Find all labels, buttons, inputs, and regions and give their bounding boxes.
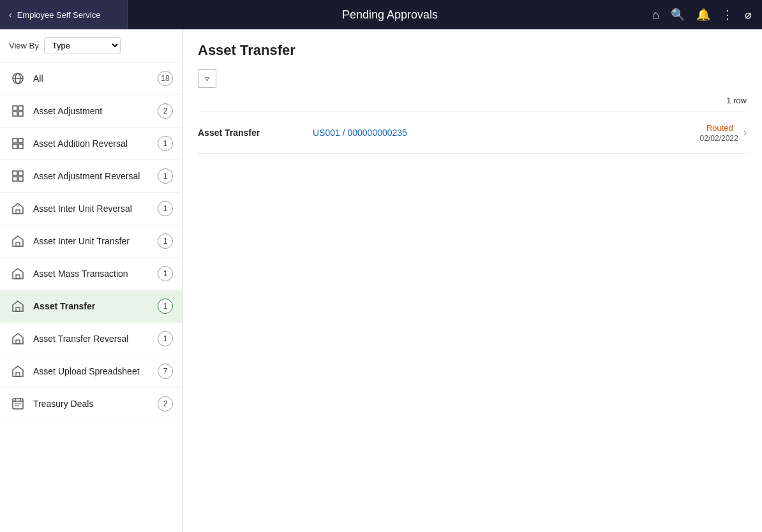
more-icon[interactable]: ⋮ <box>722 8 733 22</box>
svg-marker-22 <box>13 301 23 311</box>
asset-upload-spreadsheet-icon <box>9 362 27 380</box>
asset-inter-unit-reversal-badge: 1 <box>158 201 173 216</box>
svg-marker-20 <box>13 269 23 279</box>
asset-addition-reversal-icon <box>9 135 27 152</box>
header: ‹ Employee Self Service Pending Approval… <box>0 0 762 29</box>
svg-rect-10 <box>19 144 23 149</box>
svg-marker-26 <box>13 366 23 376</box>
result-status-block: Routed 02/02/2022 <box>700 122 738 143</box>
result-status: Routed <box>706 123 733 133</box>
main-content: Asset Transfer ▿ 1 row Asset Transfer US… <box>183 29 762 532</box>
asset-adjustment-label: Asset Adjustment <box>33 106 158 116</box>
asset-transfer-reversal-label: Asset Transfer Reversal <box>33 334 158 344</box>
treasury-deals-icon <box>9 395 27 413</box>
home-icon[interactable]: ⌂ <box>652 8 659 22</box>
block-icon[interactable]: ⌀ <box>745 8 752 22</box>
asset-adjustment-icon <box>9 102 27 120</box>
svg-rect-16 <box>16 210 20 214</box>
svg-rect-9 <box>13 144 17 149</box>
bell-icon[interactable]: 🔔 <box>696 8 710 22</box>
viewby-container: View By Type Date Priority <box>0 29 182 63</box>
svg-rect-25 <box>16 340 20 344</box>
svg-rect-12 <box>19 171 23 175</box>
svg-text:↺: ↺ <box>17 204 19 208</box>
sidebar-item-asset-adjustment-reversal[interactable]: Asset Adjustment Reversal 1 <box>0 160 182 193</box>
result-chevron-icon: › <box>743 127 747 138</box>
sidebar-item-asset-adjustment[interactable]: Asset Adjustment 2 <box>0 95 182 128</box>
sidebar-item-asset-addition-reversal[interactable]: Asset Addition Reversal 1 <box>0 128 182 160</box>
layout: View By Type Date Priority All 18 Asset … <box>0 29 762 532</box>
svg-rect-7 <box>13 138 17 143</box>
asset-inter-unit-transfer-icon <box>9 232 27 250</box>
svg-rect-6 <box>19 112 23 116</box>
all-icon <box>9 70 27 87</box>
svg-rect-11 <box>13 171 17 175</box>
svg-rect-27 <box>16 373 20 376</box>
svg-rect-5 <box>13 112 17 116</box>
asset-upload-spreadsheet-label: Asset Upload Spreadsheet <box>33 366 158 376</box>
results-list: Asset Transfer US001 / 000000000235 Rout… <box>198 112 747 154</box>
svg-rect-4 <box>19 106 23 110</box>
asset-transfer-label: Asset Transfer <box>33 301 158 311</box>
asset-inter-unit-transfer-badge: 1 <box>158 233 173 249</box>
chevron-left-icon: ‹ <box>9 10 12 20</box>
svg-rect-8 <box>19 138 23 143</box>
back-button[interactable]: ‹ Employee Self Service <box>0 0 128 29</box>
treasury-deals-badge: 2 <box>158 396 173 411</box>
sidebar-item-asset-upload-spreadsheet[interactable]: Asset Upload Spreadsheet 7 <box>0 355 182 388</box>
svg-rect-21 <box>16 275 20 279</box>
all-badge: 18 <box>158 71 173 86</box>
sidebar-item-asset-transfer[interactable]: Asset Transfer 1 <box>0 290 182 323</box>
asset-upload-spreadsheet-badge: 7 <box>158 364 173 379</box>
result-date: 02/02/2022 <box>700 134 738 143</box>
viewby-label: View By <box>9 41 39 50</box>
sidebar-item-treasury-deals[interactable]: Treasury Deals 2 <box>0 388 182 420</box>
asset-transfer-reversal-badge: 1 <box>158 331 173 346</box>
asset-inter-unit-transfer-label: Asset Inter Unit Transfer <box>33 236 158 246</box>
asset-transfer-reversal-icon <box>9 330 27 348</box>
svg-marker-24 <box>13 334 23 344</box>
header-title: Pending Approvals <box>128 8 652 22</box>
svg-marker-18 <box>13 236 23 246</box>
page-title: Asset Transfer <box>198 42 747 59</box>
svg-rect-14 <box>19 177 23 181</box>
asset-addition-reversal-badge: 1 <box>158 136 173 151</box>
result-id: US001 / 000000000235 <box>313 128 700 138</box>
sidebar-item-asset-inter-unit-transfer[interactable]: Asset Inter Unit Transfer 1 <box>0 225 182 258</box>
sidebar-item-all[interactable]: All 18 <box>0 63 182 95</box>
asset-inter-unit-reversal-icon: ↺ <box>9 200 27 218</box>
sidebar: View By Type Date Priority All 18 Asset … <box>0 29 183 532</box>
sidebar-item-asset-inter-unit-reversal[interactable]: ↺ Asset Inter Unit Reversal 1 <box>0 193 182 225</box>
all-label: All <box>33 73 158 84</box>
filter-button[interactable]: ▿ <box>198 69 216 88</box>
sidebar-item-asset-mass-transaction[interactable]: Asset Mass Transaction 1 <box>0 258 182 290</box>
header-icons: ⌂ 🔍 🔔 ⋮ ⌀ <box>652 8 762 22</box>
search-icon[interactable]: 🔍 <box>671 8 685 22</box>
asset-adjustment-reversal-icon <box>9 167 27 185</box>
treasury-deals-label: Treasury Deals <box>33 399 158 409</box>
asset-adjustment-reversal-badge: 1 <box>158 168 173 184</box>
asset-inter-unit-reversal-label: Asset Inter Unit Reversal <box>33 203 158 214</box>
asset-addition-reversal-label: Asset Addition Reversal <box>33 138 158 149</box>
svg-rect-23 <box>16 307 20 311</box>
sidebar-item-asset-transfer-reversal[interactable]: Asset Transfer Reversal 1 <box>0 323 182 355</box>
asset-mass-transaction-badge: 1 <box>158 266 173 281</box>
asset-transfer-icon <box>9 297 27 315</box>
viewby-select[interactable]: Type Date Priority <box>44 37 121 54</box>
table-row[interactable]: Asset Transfer US001 / 000000000235 Rout… <box>198 112 747 154</box>
asset-transfer-badge: 1 <box>158 299 173 314</box>
result-type: Asset Transfer <box>198 128 313 138</box>
svg-rect-3 <box>13 106 17 110</box>
filter-icon: ▿ <box>205 73 209 84</box>
asset-mass-transaction-icon <box>9 265 27 283</box>
back-label: Employee Self Service <box>17 10 101 20</box>
asset-adjustment-badge: 2 <box>158 103 173 119</box>
asset-mass-transaction-label: Asset Mass Transaction <box>33 269 158 279</box>
filter-bar: ▿ <box>198 69 747 88</box>
svg-rect-19 <box>16 242 20 246</box>
nav-list: All 18 Asset Adjustment 2 Asset Addition… <box>0 63 182 420</box>
svg-rect-13 <box>13 177 17 181</box>
row-count: 1 row <box>198 96 747 105</box>
asset-adjustment-reversal-label: Asset Adjustment Reversal <box>33 171 158 181</box>
